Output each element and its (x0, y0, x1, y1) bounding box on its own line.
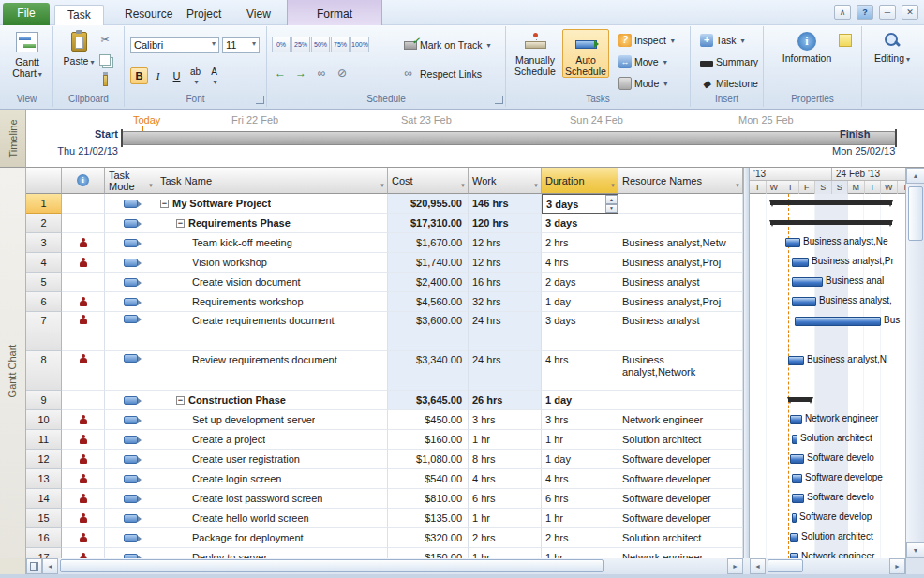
work-cell[interactable]: 24 hrs (469, 351, 542, 391)
work-cell[interactable]: 12 hrs (469, 253, 542, 273)
task-mode-cell[interactable] (105, 233, 156, 253)
task-mode-cell[interactable] (105, 469, 156, 489)
help-icon[interactable]: ? (857, 5, 873, 20)
sheet-scroll-left-icon[interactable]: ◄ (42, 558, 58, 574)
resource-names-cell[interactable]: Network engineer (618, 548, 743, 558)
resource-names-cell[interactable]: Business analyst,Proj (618, 253, 743, 273)
duration-cell[interactable]: 1 day (542, 450, 618, 469)
tab-project[interactable]: Project (174, 5, 233, 25)
indicator-cell[interactable] (62, 391, 105, 410)
task-name-cell[interactable]: Deploy to server (156, 548, 388, 558)
task-mode-cell[interactable] (105, 450, 156, 469)
summary-bar[interactable] (788, 397, 812, 402)
insert-milestone-button[interactable]: ◆Milestone (696, 74, 762, 93)
duration-cell[interactable]: 2 hrs (542, 528, 618, 548)
row-number[interactable]: 6 (26, 292, 62, 312)
cost-cell[interactable]: $17,310.00 (388, 214, 469, 233)
indent-task-icon[interactable]: → (292, 66, 309, 81)
font-name-select[interactable]: Calibri (130, 37, 219, 53)
collapse-icon[interactable]: − (176, 219, 185, 228)
resource-names-cell[interactable] (618, 391, 743, 410)
inspect-button[interactable]: ?Inspect (615, 31, 678, 50)
cost-cell[interactable]: $4,560.00 (388, 292, 469, 312)
task-bar[interactable] (792, 494, 804, 503)
tab-task[interactable]: Task (54, 5, 104, 25)
task-mode-cell[interactable] (105, 391, 156, 410)
task-bar[interactable] (790, 415, 802, 424)
work-cell[interactable]: 3 hrs (469, 410, 542, 430)
task-mode-cell[interactable] (105, 410, 156, 430)
task-bar[interactable] (792, 513, 797, 523)
cost-cell[interactable]: $3,600.00 (388, 312, 469, 351)
row-number[interactable]: 8 (26, 351, 62, 391)
indicator-cell[interactable] (62, 489, 105, 509)
indicator-column-header[interactable]: i (62, 168, 105, 194)
italic-button[interactable]: I (149, 67, 167, 84)
copy-icon[interactable] (97, 52, 113, 67)
task-mode-cell[interactable] (105, 351, 156, 391)
resource-names-cell[interactable]: Software developer (618, 469, 743, 489)
task-name-cell[interactable]: Team kick-off meeting (156, 233, 388, 253)
row-number[interactable]: 7 (26, 312, 62, 351)
work-cell[interactable]: 1 hr (469, 430, 542, 450)
tab-view[interactable]: View (234, 5, 283, 25)
gantt-chart-view-button[interactable]: Gantt Chart (6, 29, 49, 82)
resource-names-cell[interactable]: Software developer (618, 450, 743, 469)
link-tasks-icon[interactable]: ∞ (313, 66, 330, 81)
scroll-down-icon[interactable]: ▼ (906, 542, 924, 558)
cost-cell[interactable]: $810.00 (388, 489, 469, 509)
row-number[interactable]: 5 (26, 273, 62, 292)
percent-complete-button-0[interactable]: 0% (272, 37, 291, 52)
duration-cell[interactable]: 1 hr (542, 548, 618, 558)
indicator-cell[interactable] (62, 273, 105, 292)
row-number[interactable]: 14 (26, 489, 62, 509)
auto-schedule-button[interactable]: Auto Schedule (562, 29, 609, 78)
view-split-handle[interactable] (26, 558, 42, 574)
spin-up-icon[interactable]: ▲ (605, 195, 618, 204)
duration-cell[interactable]: 3 days (542, 312, 618, 351)
task-bar[interactable] (785, 238, 800, 247)
sheet-scroll-thumb[interactable] (60, 559, 604, 572)
resource-names-cell[interactable]: Business analyst,Proj (618, 292, 743, 312)
indicator-cell[interactable] (62, 253, 105, 273)
outdent-task-icon[interactable]: ← (272, 66, 289, 81)
gantt-scroll-thumb[interactable] (768, 559, 803, 572)
resource-names-cell[interactable]: Software developer (618, 509, 743, 528)
cut-icon[interactable]: ✂ (97, 32, 113, 47)
cost-cell[interactable]: $160.00 (388, 430, 469, 450)
column-header-task-name[interactable]: Task Name (156, 168, 388, 194)
view-splitter[interactable] (743, 168, 750, 574)
column-header-cost[interactable]: Cost (388, 168, 469, 194)
task-mode-cell[interactable] (105, 253, 156, 273)
indicator-cell[interactable] (62, 410, 105, 430)
cost-cell[interactable]: $320.00 (388, 528, 469, 548)
task-name-cell[interactable]: Create user registration (156, 450, 388, 469)
work-cell[interactable]: 26 hrs (469, 391, 542, 410)
task-bar[interactable] (790, 533, 798, 542)
task-bar[interactable] (792, 277, 823, 287)
work-cell[interactable]: 1 hr (469, 548, 542, 558)
resource-names-cell[interactable]: Business analyst (618, 312, 743, 351)
resource-names-cell[interactable]: Business analyst,Netw (618, 233, 743, 253)
resource-names-cell[interactable]: Network engineer (618, 410, 743, 430)
indicator-cell[interactable] (62, 292, 105, 312)
cost-cell[interactable]: $1,080.00 (388, 450, 469, 469)
paste-button[interactable]: Paste (57, 29, 100, 69)
row-number[interactable]: 9 (26, 391, 62, 410)
resource-names-cell[interactable]: Software developer (618, 489, 743, 509)
row-number[interactable]: 3 (26, 233, 62, 253)
gantt-chart-pane-tab[interactable]: Gantt Chart (0, 168, 26, 574)
close-icon[interactable]: ✕ (902, 5, 918, 20)
task-bar[interactable] (792, 435, 797, 444)
work-cell[interactable]: 12 hrs (469, 233, 542, 253)
work-cell[interactable]: 8 hrs (469, 450, 542, 469)
row-number[interactable]: 4 (26, 253, 62, 273)
cost-cell[interactable]: $3,645.00 (388, 391, 469, 410)
background-color-button[interactable]: ab (186, 67, 204, 84)
row-number[interactable]: 11 (26, 430, 62, 450)
duration-cell[interactable]: 4 hrs (542, 351, 618, 391)
indicator-cell[interactable] (62, 194, 105, 214)
task-mode-cell[interactable] (105, 312, 156, 351)
resource-names-cell[interactable]: Business analyst (618, 273, 743, 292)
task-name-cell[interactable]: Create vision document (156, 273, 388, 292)
